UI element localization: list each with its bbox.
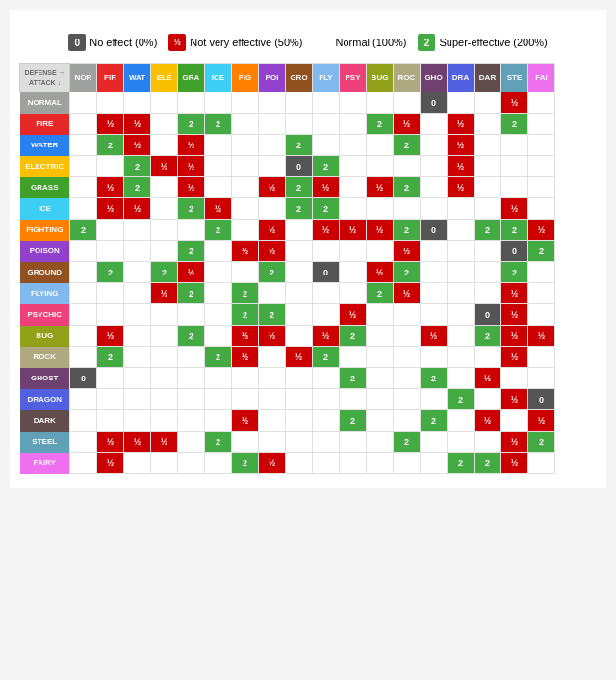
table-cell: [70, 114, 97, 135]
table-cell: [286, 453, 313, 474]
table-cell: [448, 368, 475, 389]
table-cell: ½: [340, 220, 367, 241]
table-cell: [313, 114, 340, 135]
table-cell: ½: [528, 410, 555, 432]
table-cell: [286, 304, 313, 326]
table-cell: ½: [501, 389, 528, 410]
table-cell: [475, 347, 501, 368]
table-cell: ½: [501, 198, 528, 220]
table-cell: [205, 135, 232, 156]
table-cell: [501, 410, 528, 432]
table-cell: [528, 198, 555, 220]
table-cell: ½: [528, 220, 555, 241]
row-label-water: WATER: [20, 135, 70, 156]
table-cell: ½: [97, 432, 124, 453]
table-cell: ½: [151, 432, 178, 453]
table-cell: [394, 410, 421, 432]
table-cell: [313, 241, 340, 262]
header-roc: ROC: [394, 64, 421, 92]
table-cell: [205, 92, 232, 114]
table-cell: [259, 198, 286, 220]
table-cell: ½: [340, 304, 367, 326]
table-cell: [259, 389, 286, 410]
table-cell: ½: [448, 135, 475, 156]
row-label-fighting: FIGHTING: [20, 220, 70, 241]
table-cell: 2: [394, 135, 421, 156]
table-cell: [367, 92, 394, 114]
table-cell: 2: [205, 220, 232, 241]
table-cell: [259, 410, 286, 432]
table-cell: ½: [501, 304, 528, 326]
table-cell: ½: [501, 283, 528, 304]
table-cell: ½: [448, 177, 475, 198]
table-cell: [528, 156, 555, 177]
table-cell: ½: [259, 220, 286, 241]
table-cell: 2: [97, 262, 124, 283]
table-cell: ½: [501, 92, 528, 114]
table-cell: 2: [421, 410, 448, 432]
row-label-psychic: PSYCHIC: [20, 304, 70, 326]
legend-badge-normal: [315, 34, 332, 51]
header-gro: GRO: [286, 64, 313, 92]
table-cell: [97, 410, 124, 432]
table-cell: [178, 220, 205, 241]
table-cell: ½: [97, 453, 124, 474]
table-cell: [259, 92, 286, 114]
table-row: WATER2½½22½: [20, 135, 555, 156]
row-label-flying: FLYING: [20, 283, 70, 304]
table-cell: [367, 453, 394, 474]
table-cell: [70, 410, 97, 432]
table-cell: ½: [394, 114, 421, 135]
table-cell: [528, 177, 555, 198]
table-cell: [151, 220, 178, 241]
table-row: GHOST022½: [20, 368, 555, 389]
table-cell: [367, 410, 394, 432]
table-cell: [286, 241, 313, 262]
table-cell: [340, 135, 367, 156]
table-cell: 0: [421, 220, 448, 241]
table-cell: [259, 432, 286, 453]
table-cell: [124, 410, 151, 432]
table-cell: [124, 220, 151, 241]
table-cell: 2: [313, 198, 340, 220]
table-cell: [448, 347, 475, 368]
table-cell: [124, 283, 151, 304]
table-cell: [340, 283, 367, 304]
table-cell: [70, 241, 97, 262]
table-cell: ½: [97, 326, 124, 347]
table-cell: [232, 177, 259, 198]
table-cell: 2: [313, 347, 340, 368]
table-cell: [178, 368, 205, 389]
table-cell: [232, 156, 259, 177]
row-label-steel: STEEL: [20, 432, 70, 453]
table-cell: [448, 198, 475, 220]
table-cell: 2: [178, 326, 205, 347]
table-cell: [367, 432, 394, 453]
table-cell: 0: [421, 92, 448, 114]
table-cell: [340, 241, 367, 262]
table-cell: 2: [178, 283, 205, 304]
table-cell: ½: [97, 198, 124, 220]
table-cell: [394, 304, 421, 326]
table-cell: [367, 156, 394, 177]
table-cell: [421, 389, 448, 410]
header-psy: PSY: [340, 64, 367, 92]
table-cell: [97, 368, 124, 389]
table-cell: [151, 389, 178, 410]
legend-label-normal: Normal (100%): [336, 37, 407, 48]
table-cell: [313, 389, 340, 410]
corner-cell: DEFENSE →ATTACK ↓: [20, 64, 70, 92]
table-cell: [367, 198, 394, 220]
row-label-ice: ICE: [20, 198, 70, 220]
table-cell: ½: [232, 347, 259, 368]
header-nor: NOR: [70, 64, 97, 92]
table-cell: ½: [313, 177, 340, 198]
table-cell: [421, 156, 448, 177]
table-cell: [205, 326, 232, 347]
legend-item-half: ½ Not very effective (50%): [168, 34, 302, 51]
table-cell: [421, 304, 448, 326]
table-cell: [232, 262, 259, 283]
table-row: PSYCHIC22½0½: [20, 304, 555, 326]
table-cell: ½: [124, 114, 151, 135]
table-cell: 2: [286, 135, 313, 156]
